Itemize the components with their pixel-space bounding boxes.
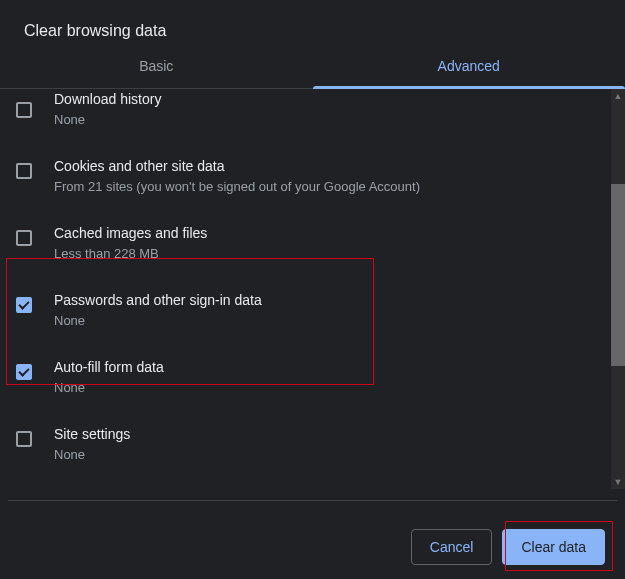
item-text: Download history None xyxy=(54,89,595,130)
item-text: Passwords and other sign-in data None xyxy=(54,288,595,331)
checkbox-passwords[interactable] xyxy=(16,297,32,313)
scrollbar-thumb[interactable] xyxy=(611,184,625,366)
item-text: Cookies and other site data From 21 site… xyxy=(54,154,595,197)
checkbox-site-settings[interactable] xyxy=(16,431,32,447)
footer: Cancel Clear data xyxy=(411,529,605,565)
item-sub: None xyxy=(54,110,595,130)
item-text: Cached images and files Less than 228 MB xyxy=(54,221,595,264)
item-text: Site settings None xyxy=(54,422,595,465)
tabs-container: Basic Advanced xyxy=(0,58,625,89)
item-title: Cookies and other site data xyxy=(54,156,595,176)
checkbox-download-history[interactable] xyxy=(16,102,32,118)
item-title: Passwords and other sign-in data xyxy=(54,290,595,310)
list-item: Cookies and other site data From 21 site… xyxy=(0,142,611,209)
list-item: Passwords and other sign-in data None xyxy=(0,276,611,343)
list-item: Site settings None xyxy=(0,410,611,477)
list-item: Hosted app data 5 apps (Cloud Print, Gma… xyxy=(0,477,611,489)
item-title: Cached images and files xyxy=(54,223,595,243)
cancel-button[interactable]: Cancel xyxy=(411,529,493,565)
checkbox-cookies[interactable] xyxy=(16,163,32,179)
scrollbar-down-icon[interactable]: ▼ xyxy=(611,475,625,489)
checkbox-cached[interactable] xyxy=(16,230,32,246)
item-title: Auto-fill form data xyxy=(54,357,595,377)
item-sub: None xyxy=(54,445,595,465)
list-item: Auto-fill form data None xyxy=(0,343,611,410)
item-sub: None xyxy=(54,378,595,398)
list-item: Download history None xyxy=(0,93,611,142)
dialog-title: Clear browsing data xyxy=(0,0,625,58)
footer-separator xyxy=(8,500,617,501)
scrollbar-up-icon[interactable]: ▲ xyxy=(611,89,625,103)
item-sub: None xyxy=(54,311,595,331)
clear-data-button[interactable]: Clear data xyxy=(502,529,605,565)
scroll-area: Download history None Cookies and other … xyxy=(0,89,611,489)
list-item: Cached images and files Less than 228 MB xyxy=(0,209,611,276)
item-sub: From 21 sites (you won't be signed out o… xyxy=(54,177,595,197)
item-title: Site settings xyxy=(54,424,595,444)
scrollbar-track[interactable]: ▲ ▼ xyxy=(611,89,625,489)
tab-basic[interactable]: Basic xyxy=(0,58,313,88)
item-text: Auto-fill form data None xyxy=(54,355,595,398)
content-area: Download history None Cookies and other … xyxy=(0,89,625,489)
item-title: Download history xyxy=(54,89,595,109)
item-sub: Less than 228 MB xyxy=(54,244,595,264)
checkbox-autofill[interactable] xyxy=(16,364,32,380)
tab-advanced[interactable]: Advanced xyxy=(313,58,626,88)
